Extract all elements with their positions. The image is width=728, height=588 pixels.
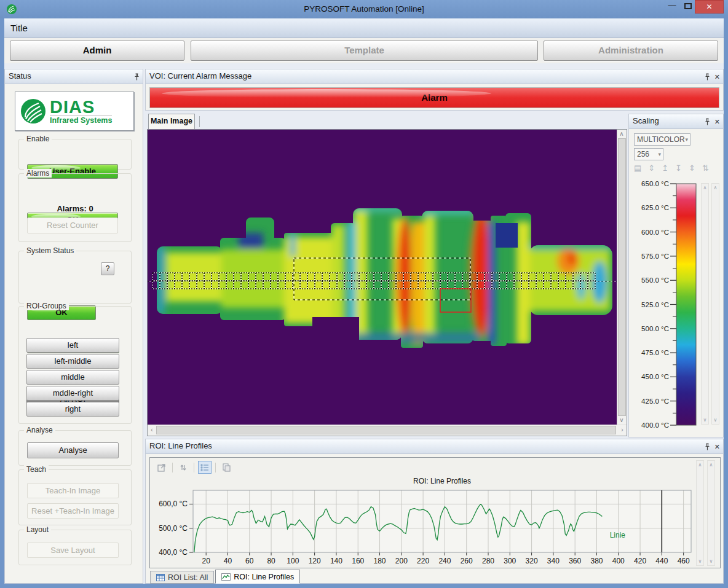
chevron-down-icon[interactable]: ∨ [697,559,703,564]
image-horizontal-scrollbar[interactable]: ‹ › [148,425,627,436]
scroll-right-icon[interactable]: › [618,426,627,434]
chevron-down-icon[interactable]: ∨ [702,417,708,423]
svg-text:650.0 °C: 650.0 °C [641,180,669,187]
chevron-down-icon[interactable]: ∨ [708,559,714,564]
svg-text:400,0 °C: 400,0 °C [159,548,188,557]
svg-text:40: 40 [224,557,232,565]
scale-shift-icon[interactable]: ⇅ [702,163,709,173]
scroll-down-icon[interactable]: ∨ [617,416,626,425]
voi-alarm-panel: VOI: Current Alarm Message ✕ Alarm [145,69,724,111]
list-view-icon[interactable] [198,461,212,474]
chevron-up-icon[interactable]: ∧ [697,462,703,468]
scale-auto-range-icon[interactable]: ⇕ [648,163,655,173]
voi-panel-header: VOI: Current Alarm Message ✕ [146,69,723,84]
chevron-down-icon: ▾ [685,134,688,145]
scale-properties-icon[interactable]: ▤ [634,163,641,173]
chart-toolbar [155,461,233,474]
close-panel-icon[interactable]: ✕ [714,74,720,80]
title-strip-label: Title [10,23,28,33]
close-button[interactable]: ✕ [695,0,724,14]
nav-row: Admin Template Administration [4,38,724,63]
scrollbar-thumb[interactable] [156,426,616,434]
reset-teach-in-image-button[interactable]: Reset +Teach-In Image [27,503,119,519]
svg-text:240: 240 [438,557,451,565]
line-profile-chart: 2040608010012014016018020022024026028030… [150,458,694,571]
scaling-panel-title: Scaling [633,116,659,125]
svg-text:260: 260 [461,557,473,565]
line-chart-icon [221,573,231,581]
scale-expand-icon[interactable]: ⇕ [689,163,695,173]
scaling-panel-header: Scaling ✕ [629,114,723,129]
analyse-button[interactable]: Analyse [27,442,119,458]
svg-text:180: 180 [374,557,386,565]
teach-in-image-button[interactable]: Teach-In Image [27,483,119,498]
chevron-up-icon[interactable]: ∧ [712,185,719,190]
svg-text:140: 140 [330,557,342,565]
svg-text:20: 20 [202,557,210,565]
bottom-tabs: ROI List: All ROI: Line Profiles [150,570,301,584]
roi-group-button-right[interactable]: right [26,402,119,417]
title-strip: Title [4,18,724,38]
palette-select[interactable]: MULTICOLOR▾ [634,133,690,146]
line-profiles-panel-title: ROI: Line Profiles [149,441,212,450]
toolbar-separator [172,463,173,472]
chart-title: ROI: Line Profiles [193,477,691,485]
levels-select[interactable]: 256▾ [634,148,663,160]
roi-group-button-mddle-right[interactable]: mddle-right [26,386,119,401]
image-vertical-scrollbar[interactable]: ∧ ∨ [617,130,627,425]
scroll-left-icon[interactable]: ‹ [148,426,156,434]
scale-min-slider[interactable]: ∧ ∨ [711,183,719,425]
export-icon[interactable] [155,461,168,474]
close-panel-icon[interactable]: ✕ [714,444,720,450]
scrollbar-thumb[interactable] [618,138,626,416]
window-titlebar: PYROSOFT Automation [Online] — ✕ [0,0,728,18]
sort-icon[interactable] [176,461,190,474]
tab-roi-line-profiles[interactable]: ROI: Line Profiles [215,570,300,584]
pin-icon[interactable] [705,443,710,451]
logo-name: DIAS [50,98,112,116]
nav-button-template[interactable]: Template [191,41,538,61]
svg-text:425.0 °C: 425.0 °C [641,398,669,405]
thermal-image-frame: ∧ ∨ ‹ › [147,129,627,436]
svg-text:475.0 °C: 475.0 °C [641,349,669,356]
maximize-button[interactable] [680,0,696,14]
chevron-up-icon[interactable]: ∧ [708,462,714,468]
chevron-up-icon[interactable]: ∧ [702,185,708,190]
pin-icon[interactable] [705,118,710,126]
system-help-button[interactable]: ? [101,262,114,275]
minimize-button[interactable]: — [664,0,680,14]
tab-roi-list[interactable]: ROI List: All [150,571,214,584]
scale-min-down-icon[interactable]: ↧ [675,163,682,173]
reset-counter-button[interactable]: Reset Counter [27,218,118,233]
close-panel-icon[interactable]: ✕ [714,119,720,125]
tab-main-image[interactable]: Main Image [148,114,195,129]
svg-text:120: 120 [309,557,321,565]
thermal-image[interactable] [148,130,617,425]
toolbar-separator [194,463,194,472]
toolbar-separator [215,463,216,472]
scroll-up-icon[interactable]: ∧ [617,130,626,138]
roi-group-button-left-middle[interactable]: left-middle [26,354,119,369]
main-area: Status DIAS Infrared Systems Enable User… [4,63,724,584]
scale-max-up-icon[interactable]: ↥ [662,163,668,173]
alarm-banner: Alarm [149,87,719,108]
save-layout-button[interactable]: Save Layout [27,543,119,558]
chart-scroll-slider[interactable]: ∧ ∨ [707,460,715,566]
chevron-down-icon[interactable]: ∨ [712,417,719,423]
chevron-down-icon: ▾ [658,149,661,160]
svg-text:625.0 °C: 625.0 °C [641,204,669,211]
nav-button-admin[interactable]: Admin [10,41,184,61]
svg-text:575.0 °C: 575.0 °C [641,253,669,260]
table-icon [156,574,165,581]
line-profiles-panel-header: ROI: Line Profiles ✕ [146,439,723,454]
svg-text:340: 340 [547,557,560,565]
scale-max-slider[interactable]: ∧ ∨ [701,183,709,425]
pin-icon[interactable] [705,73,710,81]
pin-icon[interactable] [134,73,140,81]
roi-group-button-left[interactable]: left [26,338,119,353]
scaling-panel: Scaling ✕ MULTICOLOR▾ 256▾ ▤ ⇕ ↥ ↧ ⇕ ⇅ 6… [628,114,724,437]
copy-icon[interactable] [220,461,233,474]
nav-button-administration[interactable]: Administration [544,41,718,61]
chart-zoom-slider[interactable]: ∧ ∨ [696,460,704,566]
roi-group-button-middle[interactable]: middle [26,370,119,385]
